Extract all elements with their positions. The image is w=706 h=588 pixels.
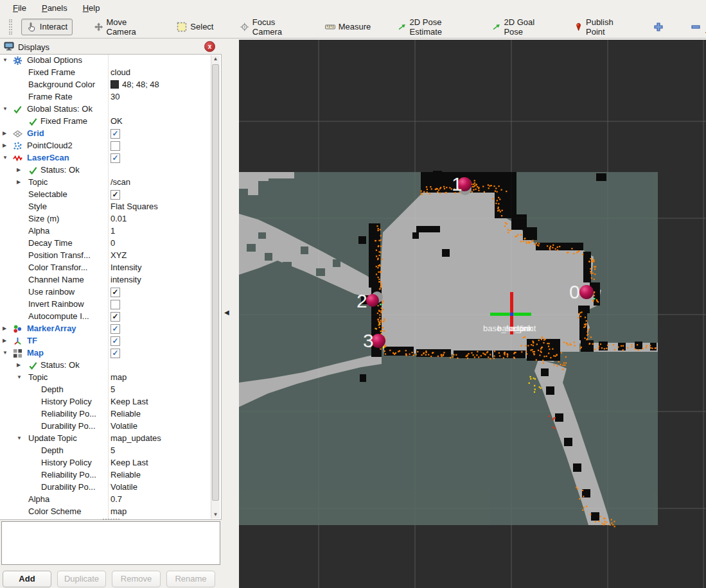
tree-row-update-topic[interactable]: ▼Update Topicmap_updates (0, 433, 212, 445)
property-value[interactable]: map_updates (110, 433, 161, 443)
tree-row-background-color[interactable]: Background Color48; 48; 48 (0, 79, 212, 91)
tree-scrollbar[interactable]: ▲ ▼ (211, 55, 220, 519)
property-value[interactable]: Intensity (110, 263, 141, 272)
add-button[interactable]: Add (3, 571, 51, 587)
tree-row-history-policy[interactable]: History PolicyKeep Last (0, 396, 212, 408)
tree-row-color-transfor-[interactable]: Color Transfor...Intensity (0, 262, 212, 274)
expander-icon[interactable]: ▶ (3, 325, 6, 331)
property-value[interactable]: cloud (110, 67, 130, 77)
tree-row-global-options[interactable]: ▼Global Options (0, 55, 212, 67)
tree-row-status-ok[interactable]: ▶Status: Ok (0, 164, 212, 177)
tree-row-topic[interactable]: ▶Topic/scan (0, 177, 212, 189)
property-value[interactable]: Volatile (110, 482, 137, 492)
tree-row-size-m-[interactable]: Size (m)0.01 (0, 213, 212, 225)
expander-icon[interactable]: ▼ (3, 155, 8, 160)
tree-row-status-ok[interactable]: ▶Status: Ok (0, 359, 212, 372)
property-value[interactable]: 0.7 (110, 494, 122, 504)
tool-minus[interactable]: ▾ (685, 19, 706, 35)
tree-row-pointcloud2[interactable]: ▶PointCloud2 (0, 140, 212, 152)
tree-row-use-rainbow[interactable]: Use rainbow✓ (0, 286, 212, 298)
property-value[interactable]: Keep Last (110, 458, 148, 467)
expander-icon[interactable]: ▶ (3, 338, 6, 343)
scrollbar-thumb[interactable] (212, 64, 219, 501)
property-checkbox[interactable] (110, 300, 120, 309)
property-checkbox[interactable] (110, 141, 120, 151)
property-checkbox[interactable]: ✓ (110, 288, 120, 297)
tool-publish-point[interactable]: Publish Point (569, 14, 631, 40)
enable-checkbox[interactable]: ✓ (110, 129, 120, 139)
tool-move-camera[interactable]: Move Camera (89, 14, 155, 40)
expander-icon[interactable]: ▶ (3, 143, 6, 148)
tree-row-selectable[interactable]: Selectable✓ (0, 189, 212, 201)
panel-splitter-handle[interactable] (103, 519, 119, 521)
expander-icon[interactable]: ▼ (3, 106, 8, 112)
property-value[interactable]: OK (110, 116, 123, 126)
viewport-splitter-arrow-icon[interactable]: ◀ (224, 309, 229, 316)
property-value[interactable]: Flat Squares (110, 202, 158, 211)
close-panel-button[interactable]: x (204, 41, 215, 52)
scroll-up-icon[interactable]: ▲ (211, 55, 220, 63)
tree-row-style[interactable]: StyleFlat Squares (0, 201, 212, 213)
property-value[interactable]: intensity (110, 275, 141, 284)
property-value[interactable]: XYZ (110, 250, 127, 260)
tree-row-autocompute-i-[interactable]: Autocompute I...✓ (0, 311, 212, 323)
tool-interact[interactable]: Interact (21, 19, 73, 35)
menu-panels[interactable]: Panels (35, 1, 74, 15)
tool-select[interactable]: Select (172, 19, 218, 35)
enable-checkbox[interactable]: ✓ (110, 324, 120, 334)
tree-row-depth[interactable]: Depth5 (0, 384, 212, 396)
tree-row-durability-po-[interactable]: Durability Po...Volatile (0, 420, 212, 433)
property-value[interactable]: 1 (110, 226, 115, 236)
enable-checkbox[interactable]: ✓ (110, 349, 120, 358)
duplicate-button[interactable]: Duplicate (57, 571, 106, 587)
tree-row-history-policy[interactable]: History PolicyKeep Last (0, 457, 212, 469)
property-checkbox[interactable]: ✓ (110, 312, 120, 322)
property-value[interactable]: 0 (110, 238, 115, 248)
enable-checkbox[interactable]: ✓ (110, 336, 120, 346)
property-checkbox[interactable]: ✓ (110, 190, 120, 200)
property-value[interactable]: 48; 48; 48 (110, 80, 159, 89)
tree-row-decay-time[interactable]: Decay Time0 (0, 238, 212, 250)
tool-measure[interactable]: Measure (320, 19, 376, 35)
tree-row-grid[interactable]: ▶Grid✓ (0, 128, 212, 140)
property-value[interactable]: 30 (110, 92, 119, 101)
expander-icon[interactable]: ▶ (17, 362, 21, 368)
tree-row-color-scheme[interactable]: Color Schememap (0, 506, 212, 518)
tree-row-reliability-po-[interactable]: Reliability Po...Reliable (0, 469, 212, 481)
tree-row-channel-name[interactable]: Channel Nameintensity (0, 274, 212, 286)
property-value[interactable]: Keep Last (110, 397, 148, 406)
expander-icon[interactable]: ▼ (3, 57, 8, 63)
tree-row-fixed-frame[interactable]: Fixed Framecloud (0, 67, 212, 79)
rename-button[interactable]: Rename (166, 571, 215, 587)
property-value[interactable]: map (110, 372, 127, 382)
tree-row-durability-po-[interactable]: Durability Po...Volatile (0, 481, 212, 494)
enable-checkbox[interactable]: ✓ (110, 153, 120, 163)
expander-icon[interactable]: ▶ (3, 130, 6, 136)
expander-icon[interactable]: ▶ (17, 179, 21, 185)
tree-row-alpha[interactable]: Alpha1 (0, 225, 212, 238)
property-value[interactable]: Volatile (110, 421, 137, 431)
property-value[interactable]: Reliable (110, 409, 141, 419)
tree-row-laserscan[interactable]: ▼LaserScan✓ (0, 152, 212, 164)
tree-row-global-status-ok[interactable]: ▼Global Status: Ok (0, 103, 212, 116)
tool-2d-goal-pose[interactable]: 2D Goal Pose (487, 14, 552, 40)
expander-icon[interactable]: ▼ (17, 435, 22, 441)
tree-row-map[interactable]: ▼Map✓ (0, 347, 212, 359)
expander-icon[interactable]: ▼ (17, 374, 22, 380)
property-value[interactable]: 0.01 (110, 214, 127, 223)
property-value[interactable]: /scan (110, 177, 130, 187)
menu-help[interactable]: Help (76, 1, 107, 15)
tree-row-fixed-frame[interactable]: Fixed FrameOK (0, 116, 212, 128)
tree-row-alpha[interactable]: Alpha0.7 (0, 494, 212, 506)
tree-row-position-transf-[interactable]: Position Transf...XYZ (0, 250, 212, 262)
tool-2d-pose-estimate[interactable]: 2D Pose Estimate (393, 14, 470, 40)
tree-row-reliability-po-[interactable]: Reliability Po...Reliable (0, 408, 212, 420)
property-value[interactable]: 5 (110, 445, 115, 455)
tree-row-tf[interactable]: ▶TF✓ (0, 335, 212, 347)
property-value[interactable]: Reliable (110, 470, 141, 480)
toolbar-drag-handle[interactable] (9, 19, 12, 35)
property-value[interactable]: map (110, 506, 127, 516)
menu-file[interactable]: File (6, 1, 33, 15)
tree-row-invert-rainbow[interactable]: Invert Rainbow (0, 298, 212, 311)
tool-focus-camera[interactable]: Focus Camera (235, 14, 303, 40)
